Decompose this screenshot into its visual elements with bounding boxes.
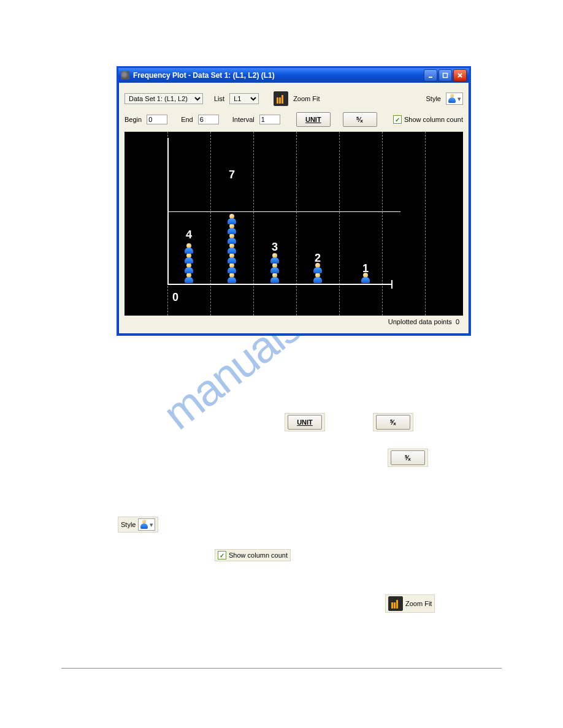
column-count-4: 2	[315, 252, 321, 265]
list-select[interactable]: L1	[229, 93, 259, 104]
unit-button[interactable]: UNIT	[296, 112, 331, 127]
chart-column-4	[313, 264, 323, 284]
svg-rect-0	[429, 77, 432, 78]
zoom-fit-label: Zoom Fit	[293, 95, 320, 102]
x-axis-end-tick	[391, 280, 393, 289]
unplotted-value: 0	[456, 318, 459, 325]
reference-line	[167, 211, 400, 212]
inline-show-count-label: Show column count	[229, 552, 288, 559]
maximize-button[interactable]	[439, 69, 452, 82]
person-icon	[140, 520, 148, 529]
svg-rect-1	[443, 74, 448, 78]
zoom-fit-icon	[388, 596, 403, 611]
end-label: End	[181, 116, 193, 123]
frequency-plot-window: Frequency Plot - Data Set 1: (L1, L2) (L…	[117, 66, 471, 336]
inline-zoom-fit[interactable]: Zoom Fit	[385, 594, 435, 613]
status-bar: Unplotted data points 0	[124, 316, 463, 328]
begin-label: Begin	[124, 116, 142, 123]
chart-column-5	[361, 274, 370, 284]
close-button[interactable]	[453, 69, 467, 82]
toolbar-row-1: Data Set 1: (L1, L2) List L1 Zoom Fit St…	[124, 91, 463, 106]
window-content: Data Set 1: (L1, L2) List L1 Zoom Fit St…	[118, 83, 469, 334]
column-count-1: 4	[186, 229, 192, 241]
inline-zoom-fit-label: Zoom Fit	[405, 600, 432, 607]
inline-unit-button[interactable]: UNIT	[285, 413, 325, 431]
footer-rule	[61, 668, 502, 669]
inline-show-column-count[interactable]: ✓ Show column count	[215, 549, 291, 561]
chevron-down-icon: ▾	[150, 521, 153, 529]
toolbar-row-2: Begin End Interval UNIT ⁵⁄ₓ ✓ Show colum…	[124, 112, 463, 127]
interval-input[interactable]	[259, 115, 280, 124]
dataset-select[interactable]: Data Set 1: (L1, L2)	[124, 93, 203, 104]
chevron-down-icon: ▾	[458, 95, 461, 103]
column-count-3: 3	[272, 241, 278, 254]
zoom-fit-icon[interactable]	[274, 91, 288, 106]
begin-input[interactable]	[147, 115, 167, 124]
column-count-5: 1	[362, 262, 369, 275]
check-icon: ✓	[218, 551, 226, 559]
show-column-count-label: Show column count	[404, 116, 463, 123]
x-axis	[167, 284, 391, 285]
chart-column-2	[227, 215, 237, 284]
window-controls	[424, 69, 467, 82]
chart-column-1	[184, 245, 194, 284]
list-label: List	[214, 95, 224, 102]
chart-area: 0 4 7 3 2	[124, 132, 463, 316]
interval-label: Interval	[232, 116, 255, 123]
fraction-button[interactable]: ⁵⁄ₓ	[343, 112, 377, 127]
person-icon	[448, 94, 456, 104]
unplotted-label: Unplotted data points	[388, 318, 452, 325]
inline-style-label: Style	[121, 521, 136, 528]
app-icon	[121, 71, 129, 80]
style-label: Style	[426, 95, 441, 102]
window-title: Frequency Plot - Data Set 1: (L1, L2) (L…	[133, 71, 424, 80]
column-count-2: 7	[229, 169, 235, 181]
check-icon: ✓	[393, 115, 402, 124]
inline-fraction-button-1[interactable]: ⁵⁄ₓ	[373, 413, 413, 431]
axis-origin-label: 0	[172, 291, 178, 304]
chart-column-3	[270, 254, 280, 284]
minimize-button[interactable]	[424, 69, 437, 82]
titlebar: Frequency Plot - Data Set 1: (L1, L2) (L…	[118, 68, 469, 83]
show-column-count-checkbox[interactable]: ✓ Show column count	[393, 115, 463, 124]
end-input[interactable]	[198, 115, 219, 124]
style-select[interactable]: ▾	[446, 93, 463, 105]
inline-fraction-button-2[interactable]: ⁵⁄ₓ	[388, 449, 428, 467]
inline-style-select[interactable]: Style ▾	[118, 517, 158, 533]
